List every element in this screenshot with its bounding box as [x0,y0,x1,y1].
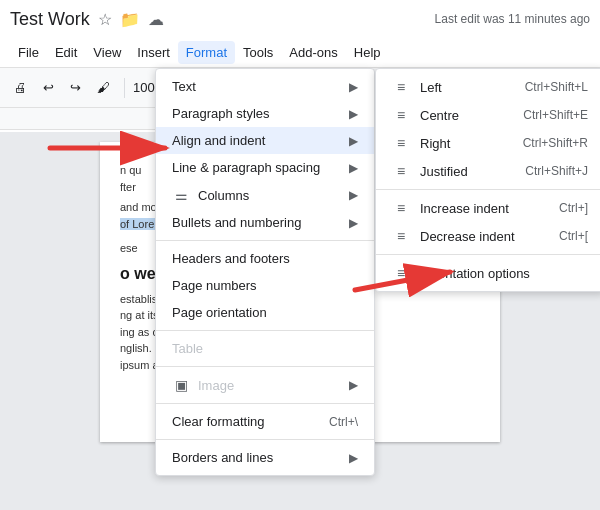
align-center-shortcut: Ctrl+Shift+E [523,108,588,122]
align-center-icon: ≡ [392,107,410,123]
menu-format[interactable]: Format [178,41,235,64]
divider-3 [156,366,374,367]
menu-file[interactable]: File [10,41,47,64]
image-icon: ▣ [172,377,190,393]
format-headers-option[interactable]: Headers and footers [156,245,374,272]
line-spacing-arrow-icon: ▶ [349,161,358,175]
align-left-shortcut: Ctrl+Shift+L [525,80,588,94]
increase-indent-shortcut: Ctrl+] [559,201,588,215]
doc-title[interactable]: Test Work [10,9,90,30]
indentation-options-icon: ≡ [392,265,410,281]
divider-1 [156,240,374,241]
divider-5 [156,439,374,440]
decrease-indent-icon: ≡ [392,228,410,244]
format-page-numbers-option[interactable]: Page numbers [156,272,374,299]
last-edit-label: Last edit was 11 minutes ago [435,12,590,26]
menu-edit[interactable]: Edit [47,41,85,64]
align-indent-submenu: ≡ Left Ctrl+Shift+L ≡ Centre Ctrl+Shift+… [375,68,600,292]
toolbar-separator-1 [124,78,125,98]
format-columns-label: Columns [198,188,249,203]
format-table-option: Table [156,335,374,362]
align-left-label: Left [420,80,442,95]
borders-arrow-icon: ▶ [349,451,358,465]
menu-help[interactable]: Help [346,41,389,64]
format-bullets-label: Bullets and numbering [172,215,301,230]
align-arrow-icon: ▶ [349,134,358,148]
format-clear-label: Clear formatting [172,414,264,429]
align-center-option[interactable]: ≡ Centre Ctrl+Shift+E [376,101,600,129]
divider-4 [156,403,374,404]
doc-text-ese: ese [120,242,138,254]
menu-tools[interactable]: Tools [235,41,281,64]
paint-format-icon[interactable]: 🖌 [91,76,116,99]
align-right-option[interactable]: ≡ Right Ctrl+Shift+R [376,129,600,157]
menu-addons[interactable]: Add-ons [281,41,345,64]
menu-insert[interactable]: Insert [129,41,178,64]
align-left-option[interactable]: ≡ Left Ctrl+Shift+L [376,73,600,101]
format-paragraph-styles-option[interactable]: Paragraph styles ▶ [156,100,374,127]
format-dropdown: Text ▶ Paragraph styles ▶ Align and inde… [155,68,375,476]
format-image-label: Image [198,378,234,393]
redo-icon[interactable]: ↪ [64,76,87,99]
print-icon[interactable]: 🖨 [8,76,33,99]
align-right-label: Right [420,136,450,151]
increase-indent-label: Increase indent [420,201,509,216]
columns-arrow-icon: ▶ [349,188,358,202]
format-align-indent-label: Align and indent [172,133,265,148]
format-headers-label: Headers and footers [172,251,290,266]
decrease-indent-option[interactable]: ≡ Decrease indent Ctrl+[ [376,222,600,250]
clear-shortcut: Ctrl+\ [329,415,358,429]
paragraph-arrow-icon: ▶ [349,107,358,121]
align-left-icon: ≡ [392,79,410,95]
align-right-icon: ≡ [392,135,410,151]
align-right-shortcut: Ctrl+Shift+R [523,136,588,150]
image-arrow-icon: ▶ [349,378,358,392]
format-text-option[interactable]: Text ▶ [156,73,374,100]
align-center-label: Centre [420,108,459,123]
align-justified-label: Justified [420,164,468,179]
align-justified-icon: ≡ [392,163,410,179]
format-clear-option[interactable]: Clear formatting Ctrl+\ [156,408,374,435]
title-icons: ☆ 📁 ☁ [98,10,164,29]
title-bar: Test Work ☆ 📁 ☁ Last edit was 11 minutes… [0,0,600,38]
submenu-divider-1 [376,189,600,190]
star-icon[interactable]: ☆ [98,10,112,29]
format-line-spacing-label: Line & paragraph spacing [172,160,320,175]
undo-icon[interactable]: ↩ [37,76,60,99]
align-justified-shortcut: Ctrl+Shift+J [525,164,588,178]
format-align-indent-option[interactable]: Align and indent ▶ [156,127,374,154]
cloud-icon[interactable]: ☁ [148,10,164,29]
format-borders-option[interactable]: Borders and lines ▶ [156,444,374,471]
format-bullets-option[interactable]: Bullets and numbering ▶ [156,209,374,236]
indentation-options-label: Indentation options [420,266,530,281]
format-paragraph-styles-label: Paragraph styles [172,106,270,121]
format-page-orientation-label: Page orientation [172,305,267,320]
increase-indent-icon: ≡ [392,200,410,216]
format-borders-label: Borders and lines [172,450,273,465]
format-page-orientation-option[interactable]: Page orientation [156,299,374,326]
align-justified-option[interactable]: ≡ Justified Ctrl+Shift+J [376,157,600,185]
submenu-divider-2 [376,254,600,255]
format-page-numbers-label: Page numbers [172,278,257,293]
columns-icon: ⚌ [172,187,190,203]
decrease-indent-label: Decrease indent [420,229,515,244]
format-table-label: Table [172,341,203,356]
format-text-label: Text [172,79,196,94]
format-line-spacing-option[interactable]: Line & paragraph spacing ▶ [156,154,374,181]
folder-icon[interactable]: 📁 [120,10,140,29]
divider-2 [156,330,374,331]
increase-indent-option[interactable]: ≡ Increase indent Ctrl+] [376,194,600,222]
menu-view[interactable]: View [85,41,129,64]
format-image-option: ▣ Image ▶ [156,371,374,399]
bullets-arrow-icon: ▶ [349,216,358,230]
format-columns-option[interactable]: ⚌ Columns ▶ [156,181,374,209]
menu-bar: File Edit View Insert Format Tools Add-o… [0,38,600,68]
indentation-options-option[interactable]: ≡ Indentation options [376,259,600,287]
decrease-indent-shortcut: Ctrl+[ [559,229,588,243]
text-arrow-icon: ▶ [349,80,358,94]
